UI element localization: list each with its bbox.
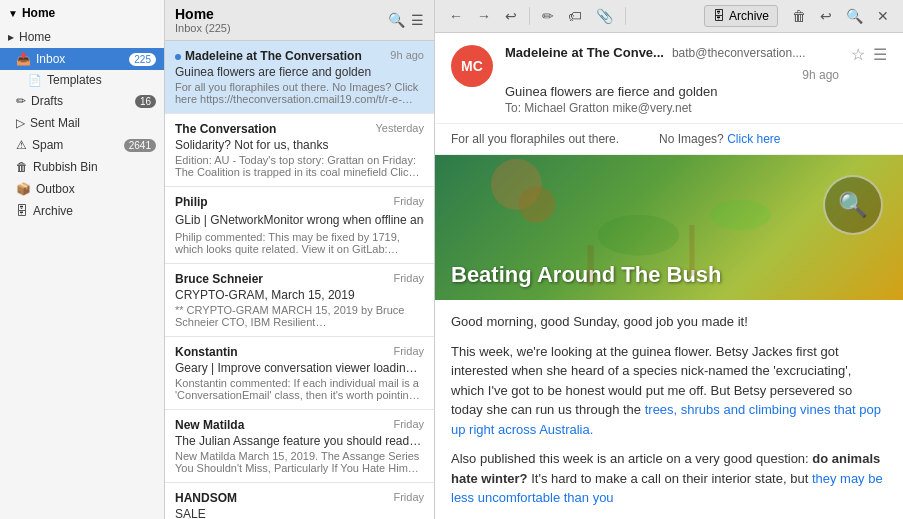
- reply-back-button[interactable]: ↩: [816, 6, 836, 26]
- sidebar-spam-label: Spam: [32, 138, 63, 152]
- email-list-header-icons: 🔍 ☰: [388, 12, 424, 28]
- sidebar: ▼ Home ▸ Home 📥 Inbox 225 📄 Templates ✏ …: [0, 0, 165, 519]
- email-header-actions: ☆ ☰: [851, 45, 887, 64]
- unread-indicator-1: [175, 54, 181, 60]
- reading-pane: ← → ↩ ✏ 🏷 📎 🗄 Archive 🗑 ↩ 🔍 ✕ MC Madelei…: [435, 0, 903, 519]
- archive-button[interactable]: 🗄 Archive: [704, 5, 778, 27]
- email-item-1[interactable]: Madeleine at The Conversation 9h ago Gui…: [165, 41, 434, 114]
- sidebar-item-archive[interactable]: 🗄 Archive: [0, 200, 164, 222]
- sidebar-rubbish-label: Rubbish Bin: [33, 160, 98, 174]
- archive-label: Archive: [729, 9, 769, 23]
- email-item-6[interactable]: New Matilda Friday The Julian Assange fe…: [165, 410, 434, 483]
- sidebar-templates-label: Templates: [47, 73, 102, 87]
- attach-button[interactable]: 📎: [592, 6, 617, 26]
- menu-icon[interactable]: ☰: [411, 12, 424, 28]
- home-icon: ▸: [8, 30, 14, 44]
- email-body-p1: Good morning, good Sunday, good job you …: [451, 312, 887, 332]
- sidebar-item-home[interactable]: ▸ Home: [0, 26, 164, 48]
- search-icon[interactable]: 🔍: [388, 12, 405, 28]
- email-list-subtitle: Inbox (225): [175, 22, 231, 34]
- email-meta: Madeleine at The Conve... batb@theconver…: [505, 45, 839, 115]
- email-sender-5: Konstantin: [175, 345, 389, 359]
- email-sender-3: Philip: [175, 195, 389, 209]
- email-item-7[interactable]: HANDSOM Friday SALE Up to 30% off in-sto…: [165, 483, 434, 519]
- sent-icon: ▷: [16, 116, 25, 130]
- svg-rect-4: [588, 245, 594, 286]
- sidebar-item-sent[interactable]: ▷ Sent Mail: [0, 112, 164, 134]
- email-from-name: Madeleine at The Conve...: [505, 45, 664, 60]
- undo-button[interactable]: ↩: [501, 6, 521, 26]
- email-time-3: Friday: [393, 195, 424, 207]
- email-subject-1: Guinea flowers are fierce and golden: [175, 65, 424, 79]
- archive-icon: 🗄: [713, 9, 725, 23]
- email-sender-7: HANDSOM: [175, 491, 389, 505]
- email-header-bar: MC Madeleine at The Conve... batb@thecon…: [435, 33, 903, 124]
- delete-button[interactable]: 🗑: [788, 6, 810, 26]
- email-preview-5: Konstantin commented: If each individual…: [175, 377, 424, 401]
- email-subject-7: SALE: [175, 507, 424, 519]
- sidebar-arrow-icon: ▼: [8, 8, 18, 19]
- email-subject-4: CRYPTO-GRAM, March 15, 2019: [175, 288, 424, 302]
- sidebar-item-outbox[interactable]: 📦 Outbox: [0, 178, 164, 200]
- email-body-p3: Also published this week is an article o…: [451, 449, 887, 508]
- inbox-icon: 📥: [16, 52, 31, 66]
- outbox-icon: 📦: [16, 182, 31, 196]
- inbox-badge: 225: [129, 53, 156, 66]
- email-list-panel: Home Inbox (225) 🔍 ☰ Madeleine at The Co…: [165, 0, 435, 519]
- email-preview-1: For all you floraphiles out there. No Im…: [175, 81, 424, 105]
- email-subject-display: Guinea flowers are fierce and golden: [505, 84, 839, 99]
- email-sender-1: Madeleine at The Conversation: [175, 49, 386, 63]
- email-subject-text-3: GLib | GNetworkMonitor wrong when offlin…: [175, 213, 424, 227]
- sidebar-inbox-label: Inbox: [36, 52, 65, 66]
- email-sender-4: Bruce Schneier: [175, 272, 389, 286]
- drafts-badge: 16: [135, 95, 156, 108]
- sidebar-sent-label: Sent Mail: [30, 116, 80, 130]
- sidebar-account-label: Home: [22, 6, 55, 20]
- email-to-line: To: Michael Gratton mike@very.net: [505, 101, 839, 115]
- email-list-scroll[interactable]: Madeleine at The Conversation 9h ago Gui…: [165, 41, 434, 519]
- sidebar-drafts-label: Drafts: [31, 94, 63, 108]
- star-button[interactable]: ☆: [851, 45, 865, 64]
- email-sender-6: New Matilda: [175, 418, 389, 432]
- email-preview-4: ** CRYPTO-GRAM MARCH 15, 2019 by Bruce S…: [175, 304, 424, 328]
- drafts-icon: ✏: [16, 94, 26, 108]
- no-images-bar: For all you floraphiles out there. No Im…: [435, 124, 903, 155]
- svg-point-2: [598, 215, 679, 256]
- more-actions-button[interactable]: ☰: [873, 45, 887, 64]
- email-from-addr: batb@theconversation....: [672, 46, 806, 60]
- search-button[interactable]: 🔍: [842, 6, 867, 26]
- sidebar-item-inbox[interactable]: 📥 Inbox 225: [0, 48, 164, 70]
- sidebar-home-label: Home: [19, 30, 51, 44]
- no-images-notice: No Images? Click here: [659, 132, 780, 146]
- email-subject-6: The Julian Assange feature you should re…: [175, 434, 424, 448]
- sidebar-item-templates[interactable]: 📄 Templates: [0, 70, 164, 90]
- back-button[interactable]: ←: [445, 6, 467, 26]
- close-button[interactable]: ✕: [873, 6, 893, 26]
- email-subject-3: GLib | GNetworkMonitor wrong when offlin…: [175, 211, 424, 229]
- forward-button[interactable]: →: [473, 6, 495, 26]
- sidebar-account[interactable]: ▼ Home: [0, 0, 164, 26]
- email-body-p2: This week, we're looking at the guinea f…: [451, 342, 887, 440]
- email-sender-2: The Conversation: [175, 122, 371, 136]
- sidebar-item-rubbish[interactable]: 🗑 Rubbish Bin: [0, 156, 164, 178]
- email-item-4[interactable]: Bruce Schneier Friday CRYPTO-GRAM, March…: [165, 264, 434, 337]
- templates-icon: 📄: [28, 74, 42, 87]
- sidebar-item-drafts[interactable]: ✏ Drafts 16: [0, 90, 164, 112]
- email-item-5[interactable]: Konstantin Friday Geary | Improve conver…: [165, 337, 434, 410]
- reading-toolbar: ← → ↩ ✏ 🏷 📎 🗄 Archive 🗑 ↩ 🔍 ✕: [435, 0, 903, 33]
- email-item-3[interactable]: Philip Friday GLib | GNetworkMonitor wro…: [165, 187, 434, 264]
- no-images-link[interactable]: Click here: [727, 132, 780, 146]
- toolbar-separator-2: [625, 7, 626, 25]
- highlight-button[interactable]: ✏: [538, 6, 558, 26]
- reading-content[interactable]: MC Madeleine at The Conve... batb@thecon…: [435, 33, 903, 519]
- email-time-6: Friday: [393, 418, 424, 430]
- svg-rect-5: [689, 225, 694, 276]
- email-from-line: Madeleine at The Conve... batb@theconver…: [505, 45, 839, 82]
- email-preview-6: New Matilda March 15, 2019. The Assange …: [175, 450, 424, 474]
- email-item-2[interactable]: The Conversation Yesterday Solidarity? N…: [165, 114, 434, 187]
- tag-button[interactable]: 🏷: [564, 6, 586, 26]
- email-time-7: Friday: [393, 491, 424, 503]
- sidebar-archive-label: Archive: [33, 204, 73, 218]
- email-preview-3: Philip commented: This may be fixed by 1…: [175, 231, 424, 255]
- sidebar-item-spam[interactable]: ⚠ Spam 2641: [0, 134, 164, 156]
